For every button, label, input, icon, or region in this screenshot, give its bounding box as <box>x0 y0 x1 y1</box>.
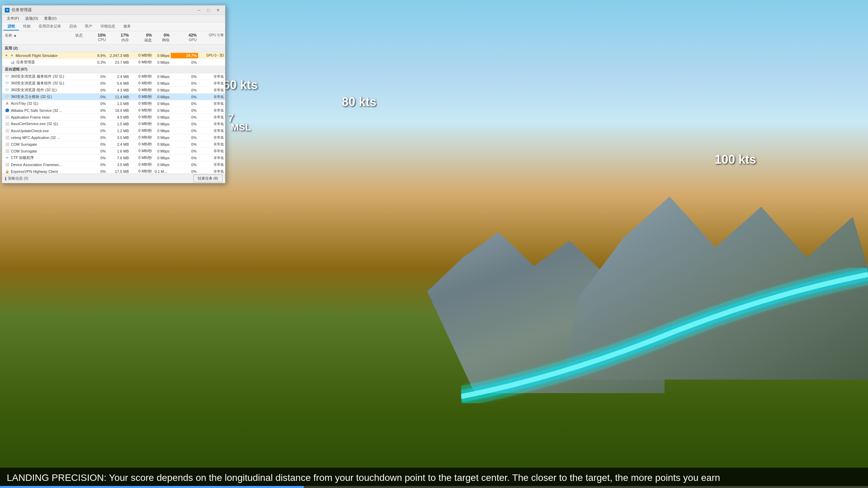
col-network[interactable]: 0% 网络 <box>153 32 171 44</box>
col-cpu[interactable]: 10% CPU <box>84 32 107 44</box>
process-row[interactable]: 🛡 360安全浏览器 服务组件 (32 位) 0% 5.6 MB 0 MB/秒 … <box>2 80 225 87</box>
process-power-11: 非常低 <box>198 148 225 154</box>
apps-section-header: 应用 (2) <box>2 45 225 52</box>
process-cpu-3: 0% <box>84 94 107 100</box>
process-net-10: 0 Mbps <box>153 142 171 147</box>
process-disk-9: 0 MB/秒 <box>130 134 153 141</box>
process-icon-14: 🔒 <box>5 169 9 174</box>
process-name: 🔵 Alibaba PC Safe Service (32 ... <box>2 107 64 114</box>
process-disk-13: 0 MB/秒 <box>130 161 153 168</box>
process-row[interactable]: ⬜ AsusUpdateCheck.exe 0% 1.2 MB 0 MB/秒 0… <box>2 127 225 134</box>
process-cpu-4: 0% <box>84 101 107 106</box>
process-status-2 <box>64 89 84 91</box>
process-name: ✏ CTF 加载程序 <box>2 155 64 161</box>
app-row-flight-sim[interactable]: ▼ ✈ Microsoft Flight Simulator 8.9% 2,34… <box>2 52 225 59</box>
process-name: ⬜ COM Surrogate <box>2 141 64 147</box>
process-mem-1: 5.6 MB <box>107 81 130 86</box>
process-row[interactable]: ⬜ cetreg MFC Application (32 ... 0% 3.0 … <box>2 134 225 141</box>
process-row[interactable]: ⬜ AsusCertService.exe (32 位) 0% 1.5 MB 0… <box>2 121 225 127</box>
col-gpu[interactable]: 42% GPU <box>171 32 198 44</box>
process-row[interactable]: A AcroTray (32 位) 0% 1.0 MB 0 MB/秒 0 Mbp… <box>2 100 225 107</box>
process-gpu-3: 0% <box>171 94 198 100</box>
app-row-task-manager[interactable]: 📊 任务管理器 0.3% 23.7 MB 0 MB/秒 0 Mbps 0% <box>2 59 225 66</box>
process-power-8: 非常低 <box>198 128 225 134</box>
process-icon-10: ⬜ <box>5 142 9 147</box>
tab-processes[interactable]: 进程 <box>3 23 19 30</box>
process-gpu-7: 0% <box>171 121 198 127</box>
menu-view[interactable]: 查看(V) <box>41 15 59 22</box>
process-status-4 <box>64 103 84 104</box>
process-mem-8: 1.2 MB <box>107 128 130 134</box>
process-cpu-10: 0% <box>84 142 107 147</box>
process-net-14: 0.1 Mbps <box>153 169 171 174</box>
process-net-4: 0 Mbps <box>153 101 171 106</box>
app-task-manager-gpu-engine <box>198 62 225 63</box>
col-name[interactable]: 名称 ▲ <box>2 32 64 44</box>
process-cpu-14: 0% <box>84 169 107 174</box>
tab-services[interactable]: 服务 <box>119 23 135 30</box>
process-status-13 <box>64 164 84 165</box>
menu-file[interactable]: 文件(F) <box>4 15 22 22</box>
col-disk[interactable]: 0% 磁盘 <box>130 32 153 44</box>
process-status-6 <box>64 117 84 118</box>
process-disk-12: 0 MB/秒 <box>130 155 153 161</box>
process-icon-0: 🛡 <box>5 74 9 79</box>
tab-startup[interactable]: 启动 <box>65 23 81 30</box>
close-button[interactable]: ✕ <box>214 7 222 14</box>
process-icon-11: ⬜ <box>5 149 9 154</box>
process-row[interactable]: ⬜ Device Association Framewo... 0% 3.5 M… <box>2 161 225 168</box>
process-name: ⬜ AsusCertService.exe (32 位) <box>2 121 64 127</box>
column-headers: 名称 ▲ 状态 10% CPU 17% 内存 0% 磁盘 0% 网络 42% G… <box>2 31 225 45</box>
process-row[interactable]: ⬜ COM Surrogate 0% 1.6 MB 0 MB/秒 0 Mbps … <box>2 148 225 155</box>
menu-options[interactable]: 选项(O) <box>22 15 41 22</box>
col-gpu-engine[interactable]: GPU 引擎 <box>198 32 225 44</box>
footer-status: ℹ 策略信息 (0) <box>5 176 28 181</box>
process-gpu-6: 0% <box>171 115 198 120</box>
process-icon-6: ⬜ <box>5 115 9 120</box>
process-disk-14: 0 MB/秒 <box>130 168 153 174</box>
process-cpu-7: 0% <box>84 121 107 127</box>
process-icon-9: ⬜ <box>5 135 9 140</box>
process-cpu-6: 0% <box>84 115 107 120</box>
process-mem-0: 2.4 MB <box>107 74 130 79</box>
process-icon-5: 🔵 <box>5 108 9 113</box>
col-memory[interactable]: 17% 内存 <box>107 32 130 44</box>
tab-performance[interactable]: 性能 <box>19 23 35 30</box>
minimize-button[interactable]: ─ <box>195 7 203 14</box>
app-flight-sim-disk: 0 MB/秒 <box>130 52 153 59</box>
process-row[interactable]: 🛡 360安全浏览器 组件 (32 位) 0% 4.3 MB 0 MB/秒 0 … <box>2 87 225 94</box>
status-text: 策略信息 (0) <box>8 176 28 181</box>
process-mem-4: 1.0 MB <box>107 101 130 106</box>
process-row[interactable]: 🛡 360安全卫士模块 (32 位) 0% 11.4 MB 0 MB/秒 0 M… <box>2 94 225 100</box>
process-name: A AcroTray (32 位) <box>2 100 64 107</box>
process-row[interactable]: 🔵 Alibaba PC Safe Service (32 ... 0% 18.… <box>2 107 225 114</box>
maximize-button[interactable]: □ <box>204 7 213 14</box>
tab-users[interactable]: 用户 <box>81 23 96 30</box>
app-task-manager-gpu: 0% <box>171 60 198 65</box>
process-row[interactable]: ✏ CTF 加载程序 0% 7.6 MB 0 MB/秒 0 Mbps 0% 非常… <box>2 155 225 161</box>
process-name: ⬜ COM Surrogate <box>2 148 64 154</box>
task-manager-tabs: 进程 性能 应用历史记录 启动 用户 详细信息 服务 <box>2 22 225 31</box>
tab-details[interactable]: 详细信息 <box>96 23 119 30</box>
tab-app-history[interactable]: 应用历史记录 <box>35 23 65 30</box>
process-row[interactable]: 🛡 360安全浏览器 服务组件 (32 位) 0% 2.4 MB 0 MB/秒 … <box>2 73 225 80</box>
end-task-button[interactable]: 结束任务 (8) <box>193 175 223 182</box>
col-status[interactable]: 状态 <box>64 32 84 44</box>
process-row[interactable]: 🔒 ExpressVPN Highway Client 0% 17.5 MB 0… <box>2 168 225 174</box>
process-row[interactable]: ⬜ COM Surrogate 0% 2.4 MB 0 MB/秒 0 Mbps … <box>2 141 225 148</box>
app-flight-sim-status <box>64 55 84 56</box>
process-name: 🛡 360安全卫士模块 (32 位) <box>2 94 64 100</box>
process-disk-5: 0 MB/秒 <box>130 107 153 114</box>
process-status-1 <box>64 83 84 84</box>
process-net-3: 0 Mbps <box>153 94 171 100</box>
process-row[interactable]: ⬜ Application Frame Host 0% 4.9 MB 0 MB/… <box>2 114 225 121</box>
process-name: ⬜ cetreg MFC Application (32 ... <box>2 135 64 141</box>
app-task-manager-name: 📊 任务管理器 <box>2 59 64 65</box>
process-gpu-0: 0% <box>171 74 198 79</box>
expand-icon: ▼ <box>5 54 8 57</box>
process-power-0: 非常低 <box>198 74 225 80</box>
process-icon-4: A <box>5 101 9 106</box>
speed-80-marker: 80 kts <box>342 95 376 109</box>
app-flight-sim-cpu: 8.9% <box>84 53 107 58</box>
progress-bar-fill <box>0 486 304 488</box>
